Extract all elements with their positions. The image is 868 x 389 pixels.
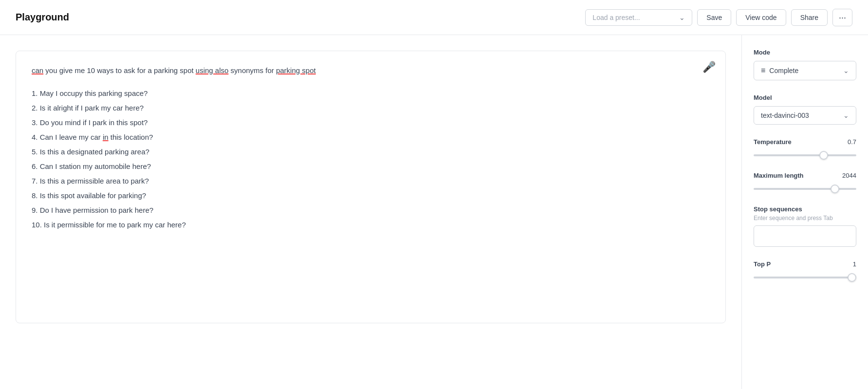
page-title: Playground bbox=[16, 12, 585, 23]
top-p-label: Top P bbox=[754, 260, 771, 268]
list-item: 1. May I occupy this parking space? bbox=[32, 86, 710, 101]
temperature-section: Temperature 0.7 bbox=[754, 138, 856, 158]
editor-area: 🎤 can you give me 10 ways to ask for a p… bbox=[0, 35, 741, 389]
stop-sequences-input[interactable] bbox=[754, 225, 856, 247]
stop-sequences-label: Stop sequences bbox=[754, 205, 856, 213]
list-item: 2. Is it alright if I park my car here? bbox=[32, 101, 710, 115]
chevron-down-icon: ⌄ bbox=[843, 111, 849, 119]
top-p-slider[interactable] bbox=[754, 277, 856, 278]
underlined-can: can bbox=[32, 66, 43, 74]
underlined-in: in bbox=[103, 133, 109, 141]
list-item: 8. Is this spot available for parking? bbox=[32, 188, 710, 203]
main-layout: 🎤 can you give me 10 ways to ask for a p… bbox=[0, 35, 868, 389]
list-item: 7. Is this a permissible area to park? bbox=[32, 174, 710, 188]
editor-box[interactable]: 🎤 can you give me 10 ways to ask for a p… bbox=[16, 51, 726, 323]
list-item: 10. Is it permissible for me to park my … bbox=[32, 218, 710, 232]
top-p-row: Top P 1 bbox=[754, 260, 856, 268]
temperature-slider[interactable] bbox=[754, 154, 856, 156]
header: Playground Load a preset... ⌄ Save View … bbox=[0, 0, 868, 35]
list-item: 6. Can I station my automobile here? bbox=[32, 159, 710, 174]
underlined-parking-spot: parking spot bbox=[276, 66, 316, 74]
underlined-using-also: using also bbox=[196, 66, 229, 74]
model-value: text-davinci-003 bbox=[761, 111, 809, 119]
chevron-down-icon: ⌄ bbox=[679, 14, 685, 21]
max-length-section: Maximum length 2044 bbox=[754, 172, 856, 192]
top-p-section: Top P 1 bbox=[754, 260, 856, 280]
top-p-slider-container bbox=[754, 272, 856, 280]
max-length-row: Maximum length 2044 bbox=[754, 172, 856, 179]
model-section: Model text-davinci-003 ⌄ bbox=[754, 94, 856, 125]
more-options-button[interactable]: ··· bbox=[832, 9, 852, 26]
chevron-down-icon: ⌄ bbox=[843, 67, 849, 74]
mode-value: Complete bbox=[769, 67, 798, 74]
list-item: 5. Is this a designated parking area? bbox=[32, 145, 710, 159]
mode-label: Mode bbox=[754, 49, 856, 56]
right-panel: Mode ≡ Complete ⌄ Model text-davinci-003… bbox=[741, 35, 868, 389]
mode-dropdown[interactable]: ≡ Complete ⌄ bbox=[754, 61, 856, 80]
temperature-label: Temperature bbox=[754, 138, 792, 146]
list-item: 9. Do I have permission to park here? bbox=[32, 203, 710, 218]
temperature-slider-container bbox=[754, 149, 856, 158]
list-item: 4. Can I leave my car in this location? bbox=[32, 130, 710, 145]
preset-dropdown[interactable]: Load a preset... ⌄ bbox=[585, 9, 692, 26]
save-button[interactable]: Save bbox=[697, 9, 731, 26]
list-item: 3. Do you mind if I park in this spot? bbox=[32, 115, 710, 130]
model-dropdown[interactable]: text-davinci-003 ⌄ bbox=[754, 106, 856, 125]
stop-sequences-hint: Enter sequence and press Tab bbox=[754, 215, 856, 222]
view-code-button[interactable]: View code bbox=[736, 9, 786, 26]
prompt-text: can you give me 10 ways to ask for a par… bbox=[32, 65, 710, 76]
microphone-icon[interactable]: 🎤 bbox=[702, 61, 716, 74]
max-length-value: 2044 bbox=[842, 172, 856, 179]
max-length-label: Maximum length bbox=[754, 172, 804, 179]
header-controls: Load a preset... ⌄ Save View code Share … bbox=[585, 9, 852, 26]
preset-placeholder: Load a preset... bbox=[592, 14, 640, 21]
mode-icon: ≡ bbox=[761, 66, 765, 75]
model-label: Model bbox=[754, 94, 856, 101]
share-button[interactable]: Share bbox=[791, 9, 828, 26]
temperature-row: Temperature 0.7 bbox=[754, 138, 856, 146]
temperature-value: 0.7 bbox=[848, 138, 856, 146]
max-length-slider[interactable] bbox=[754, 188, 856, 190]
response-list: 1. May I occupy this parking space? 2. I… bbox=[32, 86, 710, 232]
top-p-value: 1 bbox=[853, 260, 856, 268]
mode-section: Mode ≡ Complete ⌄ bbox=[754, 49, 856, 80]
max-length-slider-container bbox=[754, 183, 856, 192]
stop-sequences-section: Stop sequences Enter sequence and press … bbox=[754, 205, 856, 247]
